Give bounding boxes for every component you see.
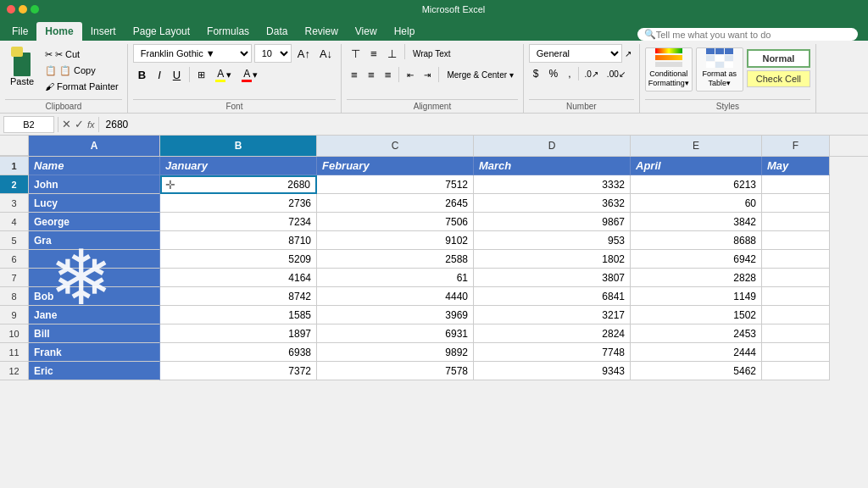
wrap-text-button[interactable]: Wrap Text [409, 44, 455, 63]
col-header-b[interactable]: B [160, 136, 317, 156]
cell-c1[interactable]: February [317, 157, 474, 175]
cell-c12[interactable]: 7578 [317, 362, 474, 380]
font-color-button[interactable]: A ▾ [237, 65, 262, 84]
insert-function-icon[interactable]: fx [87, 119, 95, 130]
cell-e5[interactable]: 8688 [631, 231, 762, 250]
indent-decrease-button[interactable]: ⇤ [403, 65, 418, 84]
cell-c2[interactable]: 7512 [317, 175, 474, 194]
cell-a1[interactable]: Name [29, 157, 160, 175]
cell-b4[interactable]: 7234 [160, 213, 317, 231]
cell-e3[interactable]: 60 [631, 194, 762, 213]
col-header-d[interactable]: D [474, 136, 631, 156]
font-size-select[interactable]: 10 [254, 44, 292, 63]
number-format-select[interactable]: General [529, 44, 622, 63]
font-name-select[interactable]: Franklin Gothic ▼ [133, 44, 252, 63]
font-shrink-button[interactable]: A↓ [316, 44, 336, 63]
tab-review[interactable]: Review [296, 22, 346, 41]
cell-c7[interactable]: 61 [317, 269, 474, 287]
format-as-table-button[interactable]: Format as Table▾ [696, 47, 743, 92]
merge-center-button[interactable]: Merge & Center ▾ [442, 65, 517, 84]
cell-a12[interactable]: Eric [29, 362, 160, 380]
cell-f4[interactable] [762, 213, 830, 231]
tab-page-layout[interactable]: Page Layout [125, 22, 198, 41]
col-header-f[interactable]: F [762, 136, 830, 156]
row-header-5[interactable]: 5 [0, 231, 29, 250]
cell-b8[interactable]: 8742 [160, 287, 317, 306]
cell-f1[interactable]: May [762, 157, 830, 175]
number-format-dialog-button[interactable]: ↗ [622, 44, 634, 63]
cell-b1[interactable]: January [160, 157, 317, 175]
align-bottom-button[interactable]: ⊥ [383, 44, 401, 63]
comma-button[interactable]: , [564, 65, 575, 82]
cell-c11[interactable]: 9892 [317, 343, 474, 362]
cell-c4[interactable]: 7506 [317, 213, 474, 231]
align-middle-button[interactable]: ≡ [366, 44, 381, 63]
align-left-button[interactable]: ≡ [347, 65, 362, 84]
underline-button[interactable]: U [168, 65, 186, 84]
copy-button[interactable]: 📋📋 Copy [42, 64, 122, 78]
col-header-a[interactable]: A [29, 136, 160, 156]
tab-data[interactable]: Data [258, 22, 296, 41]
cell-e12[interactable]: 5462 [631, 362, 762, 380]
cell-a11[interactable]: Frank [29, 343, 160, 362]
cell-e8[interactable]: 1149 [631, 287, 762, 306]
cell-a2[interactable]: John [29, 175, 160, 194]
row-header-9[interactable]: 9 [0, 306, 29, 324]
col-header-e[interactable]: E [631, 136, 762, 156]
cell-f7[interactable] [762, 269, 830, 287]
cell-d5[interactable]: 953 [474, 231, 631, 250]
row-header-11[interactable]: 11 [0, 343, 29, 362]
tab-file[interactable]: File [3, 22, 36, 41]
cell-b11[interactable]: 6938 [160, 343, 317, 362]
indent-increase-button[interactable]: ⇥ [420, 65, 435, 84]
cell-d10[interactable]: 2824 [474, 324, 631, 343]
border-button[interactable]: ⊞ [193, 65, 209, 84]
cell-f2[interactable] [762, 175, 830, 194]
cell-a10[interactable]: Bill [29, 324, 160, 343]
decimal-decrease-button[interactable]: .00↙ [604, 65, 629, 82]
cell-b9[interactable]: 1585 [160, 306, 317, 324]
percent-button[interactable]: % [545, 65, 563, 82]
cell-b10[interactable]: 1897 [160, 324, 317, 343]
align-top-button[interactable]: ⊤ [347, 44, 364, 63]
cell-f12[interactable] [762, 362, 830, 380]
cell-d11[interactable]: 7748 [474, 343, 631, 362]
cut-button[interactable]: ✂✂ Cut [42, 47, 122, 62]
cell-d7[interactable]: 3807 [474, 269, 631, 287]
cell-c3[interactable]: 2645 [317, 194, 474, 213]
cell-d2[interactable]: 3332 [474, 175, 631, 194]
cell-c5[interactable]: 9102 [317, 231, 474, 250]
cell-d6[interactable]: 1802 [474, 250, 631, 269]
cell-c8[interactable]: 4440 [317, 287, 474, 306]
tab-view[interactable]: View [347, 22, 386, 41]
cell-e4[interactable]: 3842 [631, 213, 762, 231]
cell-e6[interactable]: 6942 [631, 250, 762, 269]
cell-e2[interactable]: 6213 [631, 175, 762, 194]
align-right-button[interactable]: ≡ [381, 65, 396, 84]
row-header-10[interactable]: 10 [0, 324, 29, 343]
cell-e1[interactable]: April [631, 157, 762, 175]
cell-f11[interactable] [762, 343, 830, 362]
cell-b2[interactable]: ✛ 2680 [160, 175, 317, 194]
cell-f10[interactable] [762, 324, 830, 343]
cell-d1[interactable]: March [474, 157, 631, 175]
col-header-c[interactable]: C [317, 136, 474, 156]
bold-button[interactable]: B [133, 65, 151, 84]
row-header-7[interactable]: 7 [0, 269, 29, 287]
cell-a3[interactable]: Lucy [29, 194, 160, 213]
italic-button[interactable]: I [153, 65, 166, 84]
search-input[interactable] [656, 30, 809, 40]
tab-formulas[interactable]: Formulas [198, 22, 258, 41]
cell-c10[interactable]: 6931 [317, 324, 474, 343]
tab-help[interactable]: Help [386, 22, 424, 41]
row-header-8[interactable]: 8 [0, 287, 29, 306]
cell-e9[interactable]: 1502 [631, 306, 762, 324]
cell-e11[interactable]: 2444 [631, 343, 762, 362]
cell-f9[interactable] [762, 306, 830, 324]
cell-f8[interactable] [762, 287, 830, 306]
cell-b3[interactable]: 2736 [160, 194, 317, 213]
cell-e10[interactable]: 2453 [631, 324, 762, 343]
row-header-12[interactable]: 12 [0, 362, 29, 380]
cell-a6[interactable] [29, 250, 160, 269]
cell-reference-box[interactable] [3, 116, 54, 133]
